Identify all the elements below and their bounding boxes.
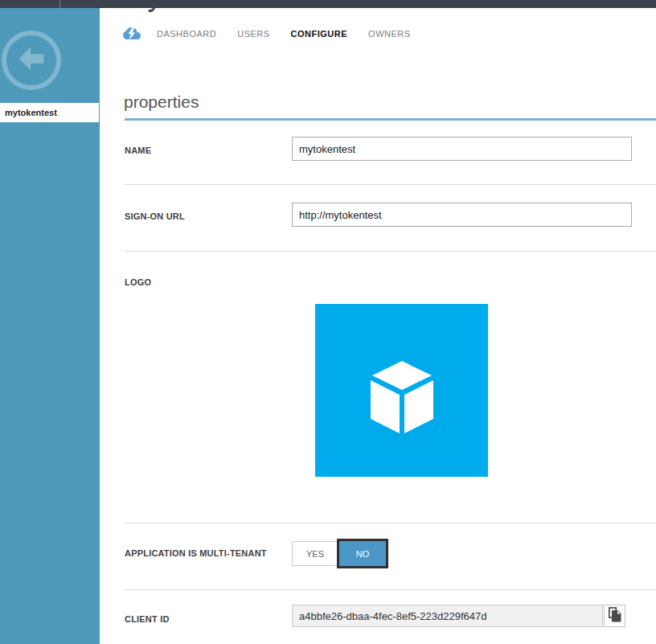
multi-tenant-label: APPLICATION IS MULTI-TENANT [125,548,267,558]
section-accent-line [125,118,656,121]
back-button[interactable] [2,31,61,90]
tab-owners[interactable]: OWNERS [368,29,411,39]
sidebar-item-app[interactable]: mytokentest [0,103,99,122]
logo-label: LOGO [125,277,151,287]
client-id-field[interactable] [292,605,603,627]
section-title: properties [124,92,199,112]
top-bar-divider [59,0,60,8]
sidebar-item-label: mytokentest [0,108,57,117]
name-input[interactable] [292,137,632,161]
name-label: NAME [125,146,151,155]
client-id-label: CLIENT ID [125,614,170,624]
multi-tenant-yes-button[interactable]: YES [292,541,338,566]
top-bar [0,0,656,8]
row-divider [125,523,656,523]
multi-tenant-no-button[interactable]: NO [337,539,388,568]
copy-client-id-button[interactable] [604,605,625,627]
row-divider [125,184,656,185]
tab-dashboard[interactable]: DASHBOARD [157,29,216,39]
tab-bar: DASHBOARD USERS CONFIGURE OWNERS [122,27,432,40]
cloud-lightning-icon[interactable] [122,27,141,40]
tab-configure[interactable]: CONFIGURE [291,29,348,39]
copy-icon [608,607,621,625]
app-logo [315,304,488,477]
multi-tenant-toggle: YES NO [292,539,388,568]
sign-on-url-input[interactable] [292,203,632,227]
cube-icon [369,359,435,435]
row-divider [125,251,656,252]
sign-on-url-label: SIGN-ON URL [125,211,185,221]
back-arrow-icon [14,42,48,79]
sidebar: mytokentest [0,8,100,644]
tab-users[interactable]: USERS [237,29,269,39]
row-divider [125,589,656,590]
